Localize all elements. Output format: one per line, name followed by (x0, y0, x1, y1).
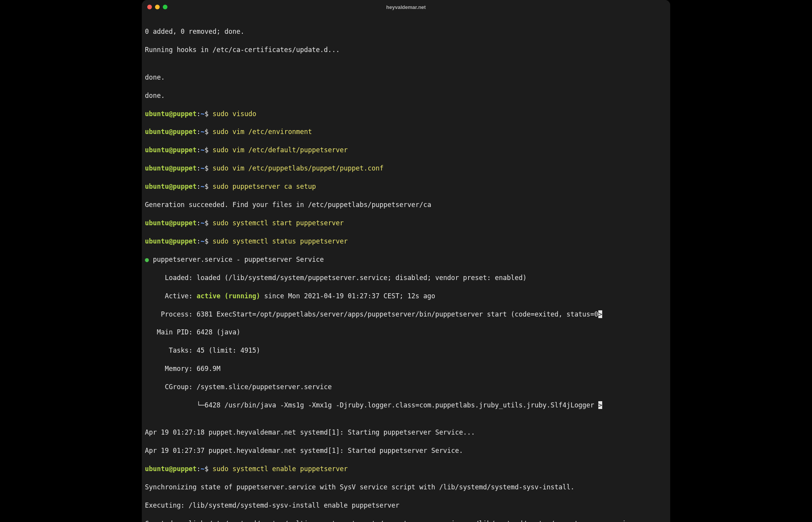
output-line: Main PID: 6428 (java) (145, 328, 240, 336)
cgroup-tree-icon: └─ (145, 401, 205, 409)
output-line: Generation succeeded. Find your files in… (145, 201, 431, 209)
prompt-path: ~ (200, 465, 204, 473)
prompt-host: puppet (173, 219, 197, 227)
prompt-at: @ (169, 237, 173, 245)
command-text: sudo vim /etc/environment (213, 128, 312, 136)
titlebar: heyvaldemar.net (142, 0, 670, 14)
prompt-host: puppet (173, 465, 197, 473)
prompt-host: puppet (173, 237, 197, 245)
prompt-host: puppet (173, 110, 197, 118)
output-line: Loaded: loaded (/lib/systemd/system/pupp… (145, 274, 527, 282)
window-title: heyvaldemar.net (142, 4, 670, 10)
output-line: CGroup: /system.slice/puppetserver.servi… (145, 383, 332, 391)
prompt-user: ubuntu (145, 465, 169, 473)
prompt-at: @ (169, 146, 173, 154)
command-text: sudo vim /etc/puppetlabs/puppet/puppet.c… (213, 164, 383, 172)
prompt-colon: : (197, 110, 200, 118)
prompt-dollar: $ (205, 146, 213, 154)
prompt-colon: : (197, 146, 200, 154)
status-bullet-icon: ● (145, 256, 153, 263)
prompt-host: puppet (173, 164, 197, 172)
output-line: Apr 19 01:27:18 puppet.heyvaldemar.net s… (145, 428, 475, 436)
prompt-dollar: $ (205, 183, 213, 190)
prompt-dollar: $ (205, 110, 213, 118)
window-controls (142, 5, 167, 9)
prompt-path: ~ (200, 128, 204, 136)
prompt-user: ubuntu (145, 110, 169, 118)
prompt-user: ubuntu (145, 183, 169, 190)
minimize-icon[interactable] (155, 5, 160, 9)
output-line: Executing: /lib/systemd/systemd-sysv-ins… (145, 501, 399, 509)
output-line: Running hooks in /etc/ca-certificates/up… (145, 46, 340, 54)
prompt-user: ubuntu (145, 128, 169, 136)
terminal-output[interactable]: 0 added, 0 removed; done. Running hooks … (142, 14, 670, 522)
command-text: sudo vim /etc/default/puppetserver (213, 146, 348, 154)
prompt-at: @ (169, 183, 173, 190)
output-line: Created symlink /etc/systemd/system/mult… (145, 520, 638, 522)
prompt-user: ubuntu (145, 164, 169, 172)
prompt-user: ubuntu (145, 219, 169, 227)
output-line: done. (145, 73, 165, 81)
prompt-host: puppet (173, 183, 197, 190)
command-text: sudo systemctl start puppetserver (213, 219, 344, 227)
prompt-at: @ (169, 110, 173, 118)
truncation-indicator-icon: > (598, 310, 602, 318)
prompt-colon: : (197, 219, 200, 227)
prompt-at: @ (169, 219, 173, 227)
prompt-host: puppet (173, 146, 197, 154)
prompt-host: puppet (173, 128, 197, 136)
prompt-dollar: $ (205, 465, 213, 473)
prompt-colon: : (197, 128, 200, 136)
prompt-at: @ (169, 465, 173, 473)
prompt-path: ~ (200, 164, 204, 172)
command-text: sudo systemctl status puppetserver (213, 237, 348, 245)
output-line: Synchronizing state of puppetserver.serv… (145, 483, 574, 491)
prompt-path: ~ (200, 183, 204, 190)
prompt-path: ~ (200, 237, 204, 245)
output-line: done. (145, 92, 165, 99)
prompt-path: ~ (200, 146, 204, 154)
prompt-dollar: $ (205, 128, 213, 136)
prompt-colon: : (197, 164, 200, 172)
prompt-colon: : (197, 237, 200, 245)
output-line: since Mon 2021-04-19 01:27:37 CEST; 12s … (260, 292, 435, 300)
prompt-at: @ (169, 164, 173, 172)
prompt-user: ubuntu (145, 146, 169, 154)
command-text: sudo puppetserver ca setup (213, 183, 316, 190)
output-line: Process: 6381 ExecStart=/opt/puppetlabs/… (145, 310, 598, 318)
prompt-path: ~ (200, 110, 204, 118)
output-line: Tasks: 45 (limit: 4915) (145, 346, 260, 354)
command-text: sudo visudo (213, 110, 256, 118)
close-icon[interactable] (147, 5, 152, 9)
output-line: puppetserver.service - puppetserver Serv… (153, 256, 324, 263)
status-active: active (running) (197, 292, 260, 300)
truncation-indicator-icon: > (598, 401, 602, 409)
prompt-dollar: $ (205, 219, 213, 227)
maximize-icon[interactable] (163, 5, 167, 9)
prompt-user: ubuntu (145, 237, 169, 245)
prompt-colon: : (197, 465, 200, 473)
output-line: 0 added, 0 removed; done. (145, 28, 244, 35)
output-line: 6428 /usr/bin/java -Xms1g -Xmx1g -Djruby… (205, 401, 598, 409)
prompt-colon: : (197, 183, 200, 190)
prompt-path: ~ (200, 219, 204, 227)
output-line: Active: (145, 292, 197, 300)
command-text: sudo systemctl enable puppetserver (213, 465, 348, 473)
terminal-window: heyvaldemar.net 0 added, 0 removed; done… (142, 0, 670, 522)
prompt-dollar: $ (205, 164, 213, 172)
prompt-dollar: $ (205, 237, 213, 245)
output-line: Apr 19 01:27:37 puppet.heyvaldemar.net s… (145, 447, 463, 454)
output-line: Memory: 669.9M (145, 365, 220, 372)
prompt-at: @ (169, 128, 173, 136)
